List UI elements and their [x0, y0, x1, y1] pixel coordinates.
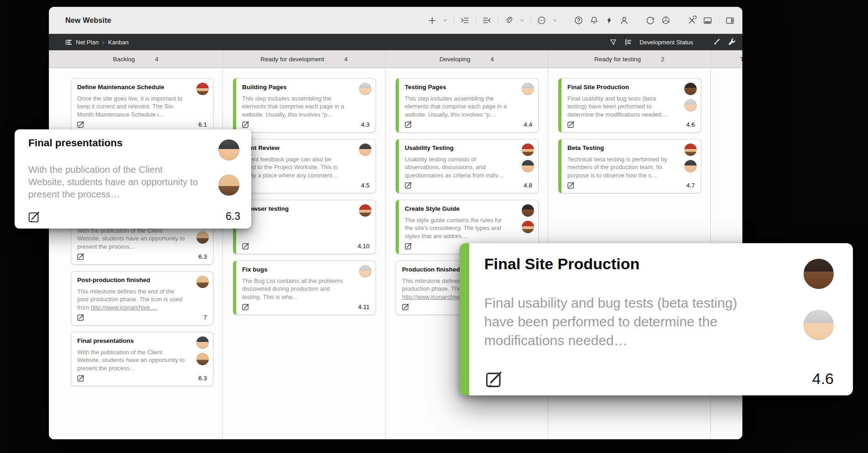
- kanban-card[interactable]: Final Site ProductionFinal usability and…: [558, 78, 701, 133]
- grouping-label[interactable]: Development Status: [640, 39, 693, 46]
- sitemap-icon: [65, 39, 72, 46]
- card-description: This step includes assembling the elemen…: [405, 95, 532, 118]
- kanban-card[interactable]: Client ReviewA client feedback page can …: [233, 139, 376, 193]
- breadcrumb: Net Plan › Kanban: [65, 38, 128, 46]
- assignee-avatars: [359, 265, 371, 277]
- wrench-icon[interactable]: [728, 38, 736, 46]
- tools-icon[interactable]: [687, 16, 697, 25]
- quick-action-icon[interactable]: [605, 16, 614, 25]
- edit-icon: [77, 314, 85, 321]
- zoomed-card-final-site-production[interactable]: Final Site ProductionFinal usability and…: [460, 243, 853, 395]
- kanban-card[interactable]: Final presentationsWith the publication …: [71, 332, 213, 386]
- avatar-cap-glasses-man: [359, 144, 371, 156]
- card-title: Final Site Production: [567, 84, 695, 91]
- kanban-card[interactable]: Usability TestingUsability testing consi…: [396, 139, 539, 193]
- kanban-card[interactable]: Define Maintenance ScheduleOnce the site…: [71, 78, 213, 133]
- edit-card-button[interactable]: [77, 374, 85, 382]
- network-icon[interactable]: [661, 16, 671, 25]
- card-title: Building Pages: [242, 84, 370, 91]
- edit-icon: [242, 242, 249, 250]
- kanban-card[interactable]: Post-production finishedThis milestone d…: [71, 271, 213, 325]
- assignee-avatars: [218, 139, 239, 196]
- assignee-avatars: [359, 83, 371, 95]
- edit-icon: [28, 211, 40, 223]
- outdent-icon[interactable]: [482, 16, 492, 25]
- edit-card-button[interactable]: [77, 121, 85, 128]
- card-id-value: 7: [203, 314, 207, 321]
- edit-card-button[interactable]: [567, 181, 575, 189]
- card-title: Define Maintenance Schedule: [77, 84, 207, 91]
- edit-card-button[interactable]: [242, 242, 249, 250]
- chevron-down-icon[interactable]: [443, 18, 448, 23]
- card-link[interactable]: http://www.iconarchive.…: [402, 293, 469, 300]
- help-icon[interactable]: [574, 16, 583, 25]
- card-id-value: 4.3: [361, 121, 370, 128]
- edit-icon: [402, 303, 409, 310]
- edit-icon: [77, 253, 85, 260]
- add-icon[interactable]: [428, 16, 437, 25]
- paintbrush-icon[interactable]: [712, 38, 720, 46]
- card-description: With the publication of the Client Websi…: [77, 348, 207, 372]
- more-icon[interactable]: [537, 16, 546, 25]
- card-title: Final presentations: [28, 137, 240, 149]
- user-icon[interactable]: [619, 16, 629, 25]
- sync-icon[interactable]: [646, 16, 655, 25]
- chevron-down-icon[interactable]: [519, 18, 524, 23]
- card-id-value: 4.10: [358, 243, 370, 250]
- edit-icon: [242, 303, 249, 310]
- card-id-value: 4.4: [524, 121, 532, 128]
- edit-card-button[interactable]: [405, 121, 412, 128]
- kanban-card[interactable]: Browser testing4.10: [233, 200, 376, 254]
- column-name: Backlog: [113, 56, 135, 63]
- kanban-card[interactable]: Beta TestingTechnical beta testing is pe…: [558, 139, 701, 193]
- window-title: New Website: [65, 16, 111, 25]
- card-id-value: 4.11: [358, 304, 370, 310]
- edit-card-button[interactable]: [77, 253, 85, 260]
- card-footer: 6.3: [28, 210, 240, 223]
- card-title: Create Style Guide: [405, 205, 532, 212]
- toolbar-divider: [719, 16, 719, 26]
- edit-card-button[interactable]: [486, 370, 503, 388]
- edit-card-button[interactable]: [405, 242, 412, 250]
- kanban-card[interactable]: Fix bugsThe Bug List contains all the pr…: [233, 261, 376, 315]
- grouping-icon[interactable]: [625, 38, 632, 46]
- avatar-bald-beard-man: [196, 353, 209, 365]
- edit-card-button[interactable]: [567, 121, 575, 128]
- assignee-avatars: [522, 83, 534, 95]
- edit-card-button[interactable]: [242, 303, 249, 310]
- kanban-card[interactable]: Building PagesThis step includes assembl…: [233, 78, 376, 133]
- breadcrumb-view[interactable]: Kanban: [108, 39, 129, 46]
- attach-icon[interactable]: [504, 16, 513, 25]
- card-footer: 4.8: [405, 181, 532, 189]
- card-description: This milestone defines the end of the po…: [77, 288, 207, 311]
- card-footer: 4.3: [242, 121, 370, 128]
- filter-icon[interactable]: [609, 38, 617, 46]
- edit-card-button[interactable]: [242, 121, 249, 128]
- avatar-granny: [359, 83, 371, 95]
- edit-card-button[interactable]: [77, 314, 85, 321]
- panel-right-icon[interactable]: [725, 16, 735, 26]
- edit-card-button[interactable]: [28, 211, 40, 223]
- column-cards: Final Site ProductionFinal usability and…: [548, 68, 710, 203]
- avatar-red-turban-man: [196, 83, 209, 95]
- kanban-card[interactable]: Testing PagesThis step includes assembli…: [396, 78, 539, 133]
- card-id-value: 4.8: [524, 182, 532, 189]
- edit-icon: [77, 374, 85, 382]
- indent-icon[interactable]: [460, 16, 470, 25]
- zoomed-card-final-presentations[interactable]: Final presentationsWith the publication …: [15, 129, 251, 229]
- breadcrumb-project[interactable]: Net Plan: [76, 39, 99, 46]
- chevron-down-icon[interactable]: [552, 18, 557, 23]
- toolbar: [428, 16, 735, 26]
- card-title: Testing Pages: [405, 84, 532, 91]
- toolbar-divider: [498, 16, 498, 26]
- card-footer: 4.6: [567, 121, 695, 128]
- card-footer: 4.6: [486, 370, 834, 388]
- notifications-icon[interactable]: [589, 16, 599, 25]
- edit-card-button[interactable]: [402, 303, 409, 310]
- panel-bottom-icon[interactable]: [703, 16, 713, 26]
- card-description: Final usability and bug tests (beta test…: [484, 294, 836, 350]
- card-link[interactable]: http://www.iconarchive.…: [91, 304, 158, 311]
- edit-icon: [486, 370, 503, 388]
- card-title: Usability Testing: [405, 144, 532, 151]
- edit-card-button[interactable]: [405, 181, 412, 189]
